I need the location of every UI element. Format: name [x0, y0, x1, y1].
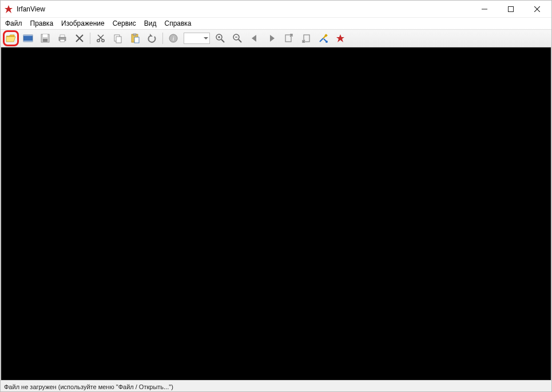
menu-file[interactable]: Файл: [5, 19, 22, 27]
svg-line-27: [221, 39, 224, 42]
svg-rect-1: [509, 6, 514, 11]
paste-button[interactable]: [128, 31, 142, 45]
copy-button[interactable]: [111, 31, 125, 45]
next-button[interactable]: [265, 31, 279, 45]
delete-button[interactable]: [73, 31, 86, 45]
app-icon: [4, 5, 13, 14]
toolbar: i: [1, 29, 551, 47]
svg-rect-12: [60, 39, 65, 42]
slideshow-button[interactable]: [21, 31, 35, 45]
menu-image[interactable]: Изображение: [61, 19, 105, 27]
title-bar: IrfanView: [1, 1, 551, 18]
svg-point-36: [325, 41, 328, 43]
svg-rect-20: [116, 37, 121, 43]
minimize-button[interactable]: [471, 1, 498, 17]
zoom-out-button[interactable]: [231, 31, 244, 45]
window-controls: [471, 1, 550, 17]
menu-view[interactable]: Вид: [144, 19, 157, 27]
status-text: Файл не загружен (используйте меню "Файл…: [4, 383, 173, 390]
svg-point-16: [102, 39, 104, 42]
svg-line-31: [239, 39, 241, 42]
settings-button[interactable]: [316, 31, 330, 45]
svg-point-15: [97, 39, 100, 42]
svg-rect-11: [60, 35, 65, 37]
cut-button[interactable]: [94, 31, 108, 45]
svg-rect-5: [23, 35, 33, 36]
svg-rect-23: [134, 37, 139, 43]
next-dir-button[interactable]: [299, 31, 313, 45]
svg-text:i: i: [172, 35, 174, 42]
close-button[interactable]: [524, 1, 550, 17]
zoom-select[interactable]: [184, 33, 210, 44]
menu-bar: Файл Правка Изображение Сервис Вид Справ…: [1, 18, 551, 29]
svg-rect-22: [133, 34, 136, 35]
status-bar: Файл не загружен (используйте меню "Файл…: [1, 380, 551, 392]
svg-rect-9: [43, 39, 47, 42]
window-title: IrfanView: [17, 5, 45, 13]
svg-rect-8: [43, 34, 47, 37]
separator: [90, 33, 90, 44]
print-button[interactable]: [55, 31, 69, 45]
zoom-in-button[interactable]: [213, 31, 227, 45]
about-button[interactable]: [333, 31, 347, 45]
maximize-button[interactable]: [498, 1, 524, 17]
prev-button[interactable]: [248, 31, 261, 45]
image-viewport: [1, 47, 551, 380]
save-button[interactable]: [38, 31, 52, 45]
info-button[interactable]: i: [166, 31, 180, 45]
separator: [162, 33, 163, 44]
menu-help[interactable]: Справка: [164, 19, 191, 27]
prev-dir-button[interactable]: [282, 31, 296, 45]
undo-button[interactable]: [145, 31, 159, 45]
menu-service[interactable]: Сервис: [113, 19, 136, 27]
menu-edit[interactable]: Правка: [30, 19, 54, 27]
svg-rect-6: [23, 41, 33, 42]
open-button[interactable]: [4, 31, 18, 45]
